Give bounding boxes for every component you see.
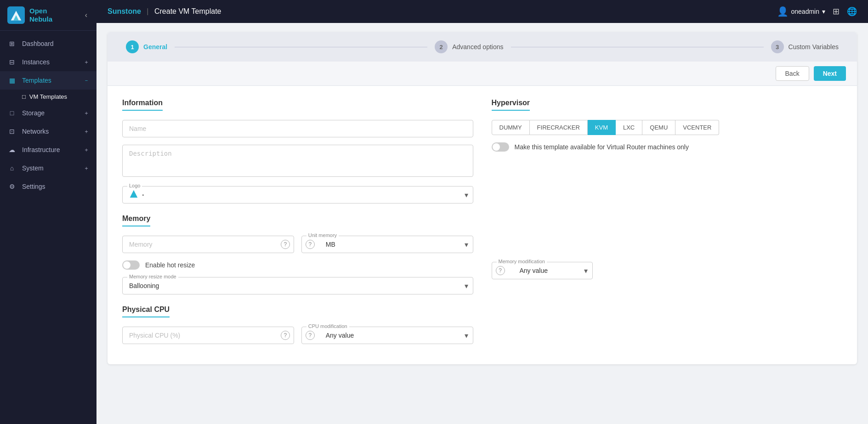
logo-text: Open Nebula [29, 7, 52, 23]
action-bar: Back Next [108, 62, 857, 86]
storage-icon: □ [7, 108, 17, 118]
hyp-qemu-button[interactable]: QEMU [642, 120, 675, 135]
sidebar-collapse-button[interactable]: ‹ [83, 9, 89, 21]
wizard-card: 1 General 2 Advanced options 3 Custom Va… [108, 32, 857, 364]
svg-marker-3 [130, 190, 138, 198]
memory-modification-label: Memory modification [497, 259, 547, 264]
cpu-modification-label: CPU modification [306, 323, 349, 329]
infrastructure-expand-icon: ＋ [84, 146, 89, 154]
memory-resize-mode-group: Memory resize mode Ballooning VIRTIO-BAL… [122, 277, 473, 294]
next-button[interactable]: Next [814, 66, 846, 81]
sidebar-item-templates[interactable]: ▦ Templates － [0, 71, 96, 90]
hyp-lxc-button[interactable]: LXC [616, 120, 642, 135]
enable-hot-resize-toggle[interactable] [122, 260, 140, 270]
sidebar-item-label: Templates [22, 77, 51, 84]
back-button[interactable]: Back [776, 66, 809, 81]
sidebar-item-infrastructure[interactable]: ☁ Infrastructure ＋ [0, 141, 96, 159]
settings-icon: ⚙ [7, 182, 17, 191]
hypervisor-group: DUMMY FIRECRACKER KVM LXC QEMU VCENTER [492, 120, 843, 135]
physical-cpu-title: Physical CPU [122, 305, 170, 317]
logo-select-wrapper: Logo - ▾ [122, 186, 473, 204]
user-icon: 👤 [777, 6, 789, 17]
virtual-router-row: Make this template available for Virtual… [492, 142, 843, 152]
sidebar-logo: Open Nebula ‹ [0, 0, 96, 31]
hot-resize-row: Enable hot resize [122, 260, 473, 270]
sidebar-item-instances[interactable]: ⊟ Instances ＋ [0, 53, 96, 71]
unit-select[interactable]: MB GB [313, 236, 473, 253]
memory-mod-help-icon: ? [496, 266, 505, 275]
sidebar-item-networks[interactable]: ⊡ Networks ＋ [0, 122, 96, 141]
cpu-help-icon: ? [281, 331, 290, 340]
sidebar-item-label: System [22, 164, 44, 172]
information-title: Information [122, 99, 163, 111]
storage-expand-icon: ＋ [84, 109, 89, 117]
information-section: Information Logo [122, 99, 473, 351]
step-1: 1 General [126, 40, 167, 53]
sidebar-subitem-vm-templates[interactable]: □ VM Templates [0, 90, 96, 104]
step-2-label: Advanced options [452, 43, 503, 51]
instances-icon: ⊟ [7, 57, 17, 67]
memory-modification-area: Memory modification ? Any value Fixed Ra… [492, 262, 843, 279]
sidebar-item-label: Infrastructure [22, 146, 60, 153]
hyp-kvm-button[interactable]: KVM [588, 120, 616, 135]
sunstone-label: Sunstone [108, 7, 141, 15]
hypervisor-title: Hypervisor [492, 99, 530, 111]
grid-icon-button[interactable]: ⊞ [833, 6, 840, 17]
system-expand-icon: ＋ [84, 164, 89, 172]
unit-label: Unit memory [306, 232, 339, 238]
user-chevron-icon: ▾ [822, 8, 825, 15]
hyp-dummy-button[interactable]: DUMMY [492, 120, 530, 135]
dashboard-icon: ⊞ [7, 39, 17, 48]
memory-resize-mode-select[interactable]: Ballooning VIRTIO-BALLOON None [123, 277, 473, 294]
topbar-separator: | [147, 7, 148, 15]
memory-input[interactable] [123, 236, 281, 253]
globe-icon-button[interactable]: 🌐 [847, 6, 857, 17]
memory-section: Memory ? Unit memory ? [122, 215, 473, 294]
opennebula-logo-icon [7, 6, 25, 24]
description-input[interactable] [122, 145, 473, 177]
hyp-vcenter-button[interactable]: VCENTER [675, 120, 719, 135]
step-3: 3 Custom Variables [771, 40, 839, 53]
networks-expand-icon: ＋ [84, 128, 89, 136]
cpu-input[interactable] [123, 327, 281, 344]
memory-help-icon: ? [281, 240, 290, 249]
sidebar-item-storage[interactable]: □ Storage ＋ [0, 104, 96, 122]
system-icon: ⌂ [7, 164, 17, 173]
step-1-circle: 1 [126, 40, 139, 53]
step-2-circle: 2 [435, 40, 448, 53]
step-2: 2 Advanced options [435, 40, 503, 53]
infrastructure-icon: ☁ [7, 145, 17, 154]
sidebar-item-dashboard[interactable]: ⊞ Dashboard [0, 34, 96, 53]
networks-icon: ⊡ [7, 127, 17, 136]
physical-cpu-section: Physical CPU ? CPU modification ? [122, 305, 473, 344]
cpu-modification-wrap: CPU modification ? Any value Fixed Range… [301, 327, 473, 344]
hyp-firecracker-button[interactable]: FIRECRACKER [530, 120, 588, 135]
sidebar-item-settings[interactable]: ⚙ Settings [0, 177, 96, 196]
sidebar-subitem-label: VM Templates [29, 93, 67, 100]
cpu-modification-select[interactable]: Any value Fixed Range List Powered off o… [313, 327, 473, 344]
instances-expand-icon: ＋ [84, 58, 89, 66]
templates-icon: ▦ [7, 76, 17, 85]
logo-label: Logo [127, 183, 142, 188]
sidebar: Open Nebula ‹ ⊞ Dashboard ⊟ Instances ＋ … [0, 0, 96, 424]
sidebar-item-label: Storage [22, 109, 45, 117]
sidebar-item-system[interactable]: ⌂ System ＋ [0, 159, 96, 177]
virtual-router-toggle[interactable] [492, 142, 509, 152]
topbar: Sunstone | Create VM Template 👤 oneadmin… [96, 0, 868, 23]
topbar-user[interactable]: 👤 oneadmin ▾ [777, 6, 826, 17]
memory-input-wrap: ? [122, 236, 294, 253]
username-label: oneadmin [791, 8, 820, 15]
name-input[interactable] [122, 120, 473, 137]
step-1-label: General [143, 43, 167, 51]
unit-select-wrap: Unit memory ? MB GB ▾ [301, 236, 473, 253]
logo-select[interactable]: - [142, 187, 466, 203]
sidebar-item-label: Instances [22, 58, 50, 66]
memory-modification-select[interactable]: Any value Fixed Range List Powered off o… [503, 262, 592, 279]
name-field-group [122, 120, 473, 137]
unit-help-icon: ? [306, 240, 315, 249]
memory-resize-mode-wrapper: Memory resize mode Ballooning VIRTIO-BAL… [122, 277, 473, 294]
hypervisor-section: Hypervisor DUMMY FIRECRACKER KVM LXC QEM… [492, 99, 843, 351]
topbar-right: 👤 oneadmin ▾ ⊞ 🌐 [777, 6, 857, 17]
cpu-mod-help-icon: ? [306, 331, 315, 340]
step-bar: 1 General 2 Advanced options 3 Custom Va… [108, 32, 857, 62]
